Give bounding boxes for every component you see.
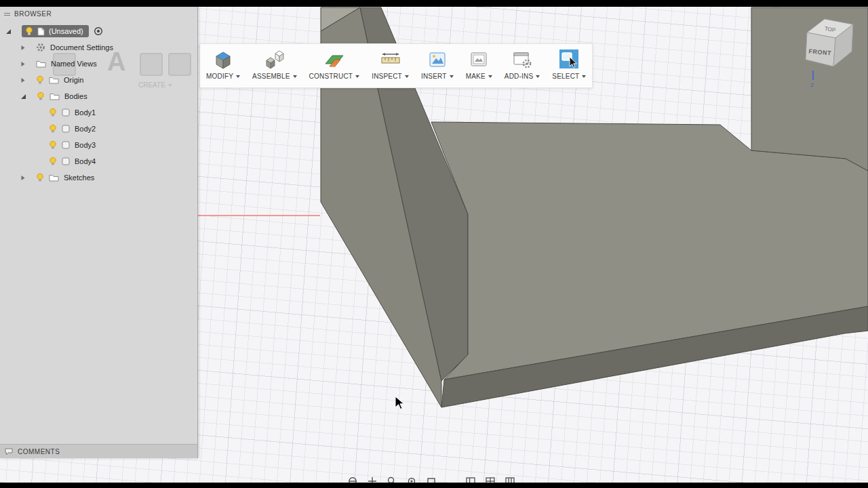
collapse-arrow-icon[interactable] (5, 28, 12, 35)
app-window: MODIFY ASSEMBLE CONSTRUCT INSPECT (0, 0, 868, 488)
viewport-3d[interactable]: MODIFY ASSEMBLE CONSTRUCT INSPECT (0, 7, 868, 483)
letterbox-top (0, 0, 868, 7)
visibility-bulb-icon[interactable] (49, 140, 57, 150)
folder-icon (36, 60, 46, 68)
tree-item-label: Body2 (75, 125, 96, 133)
chevron-down-icon (405, 75, 409, 78)
toolbar-item-assemble[interactable]: ASSEMBLE (246, 44, 303, 87)
toolbar-label: SELECT (552, 73, 579, 80)
collapse-arrow-icon[interactable] (20, 94, 26, 100)
chevron-down-icon (450, 75, 454, 78)
tree-item-document-settings[interactable]: Document Settings (0, 39, 197, 56)
toolbar-label: CONSTRUCT (309, 73, 353, 80)
tree-item-label: Origin (64, 76, 83, 84)
comments-label: COMMENTS (18, 448, 60, 455)
body-icon (62, 108, 70, 117)
visibility-bulb-icon[interactable] (25, 26, 33, 36)
tree-item-label: Sketches (64, 174, 94, 182)
visibility-bulb-icon[interactable] (49, 124, 57, 134)
z-axis-label: Z (810, 82, 814, 88)
browser-tree: (Unsaved) Document Settings Named Views (0, 23, 197, 186)
expand-arrow-icon[interactable] (20, 77, 26, 83)
tree-item-body1[interactable]: Body1 (0, 104, 197, 121)
insert-icon (426, 47, 449, 70)
view-cube[interactable]: TOP FRONT Z (792, 14, 868, 89)
chevron-down-icon (236, 75, 240, 78)
tree-item-body3[interactable]: Body3 (0, 137, 197, 153)
folder-icon (49, 174, 59, 182)
tree-item-label: Document Settings (50, 43, 113, 52)
toolbar-label: INSERT (421, 73, 447, 80)
visibility-bulb-icon[interactable] (36, 173, 44, 182)
tree-item-sketches[interactable]: Sketches (0, 169, 197, 186)
tree-item-label: Named Views (51, 60, 97, 68)
inspect-icon (379, 47, 402, 70)
chevron-down-icon (536, 75, 540, 78)
active-document-pill[interactable]: (Unsaved) (22, 25, 89, 37)
activate-target-icon[interactable] (94, 26, 103, 36)
select-icon (557, 47, 580, 70)
document-icon (37, 27, 45, 36)
toolbar-label: ASSEMBLE (252, 73, 290, 80)
toolbar-item-make[interactable]: MAKE (460, 44, 498, 87)
make-icon (467, 47, 490, 70)
document-name: (Unsaved) (49, 27, 83, 35)
tree-item-label: Body4 (75, 157, 96, 165)
chevron-down-icon (488, 75, 492, 78)
toolbar-item-insert[interactable]: INSERT (415, 44, 460, 87)
visibility-bulb-icon[interactable] (37, 92, 45, 101)
toolbar-item-modify[interactable]: MODIFY (200, 44, 246, 87)
toolbar-item-inspect[interactable]: INSPECT (366, 44, 415, 87)
browser-title: BROWSER (14, 10, 52, 18)
expand-arrow-icon[interactable] (20, 45, 26, 51)
body-icon (62, 141, 70, 149)
assemble-icon (263, 47, 286, 70)
browser-panel: BROWSER A CREATE (Unsaved) (0, 7, 198, 458)
tree-item-label: Bodies (64, 92, 87, 100)
toolbar-item-construct[interactable]: CONSTRUCT (303, 44, 366, 87)
body-icon (62, 125, 70, 133)
body-icon (62, 157, 70, 165)
expand-arrow-icon[interactable] (20, 61, 26, 67)
mouse-cursor (395, 396, 408, 412)
chevron-down-icon (293, 75, 297, 78)
chevron-down-icon (355, 75, 359, 78)
toolbar-label: INSPECT (372, 73, 402, 80)
main-toolbar: MODIFY ASSEMBLE CONSTRUCT INSPECT (199, 43, 593, 88)
toolbar-item-add-ins[interactable]: ADD-INS (498, 44, 547, 87)
tree-item-document-root[interactable]: (Unsaved) (0, 23, 197, 39)
toolbar-label: MAKE (466, 73, 486, 80)
modify-icon (212, 47, 235, 70)
visibility-bulb-icon[interactable] (49, 157, 57, 166)
tree-item-body2[interactable]: Body2 (0, 121, 197, 137)
expand-arrow-icon[interactable] (20, 175, 26, 181)
chevron-down-icon (582, 75, 586, 78)
tree-item-body4[interactable]: Body4 (0, 153, 197, 169)
toolbar-label: MODIFY (206, 73, 233, 80)
folder-icon (49, 76, 59, 84)
tree-item-label: Body3 (75, 141, 96, 149)
letterbox-bottom (0, 483, 868, 488)
toolbar-item-select[interactable]: SELECT (546, 44, 592, 87)
tree-item-named-views[interactable]: Named Views (0, 56, 197, 72)
visibility-bulb-icon[interactable] (36, 75, 44, 85)
toolbar-label: ADD-INS (505, 73, 534, 80)
tree-item-bodies[interactable]: Bodies (0, 88, 197, 104)
panel-grip-icon (4, 12, 10, 17)
visibility-bulb-icon[interactable] (49, 108, 57, 117)
tree-item-label: Body1 (75, 108, 96, 117)
gear-icon (36, 43, 45, 52)
comments-bar[interactable]: COMMENTS (0, 444, 197, 458)
add-ins-icon (511, 47, 534, 70)
construct-icon (323, 47, 346, 70)
tree-item-origin[interactable]: Origin (0, 72, 197, 88)
folder-icon (50, 92, 60, 100)
browser-panel-header[interactable]: BROWSER (0, 7, 197, 21)
comment-bubble-icon (5, 448, 13, 455)
